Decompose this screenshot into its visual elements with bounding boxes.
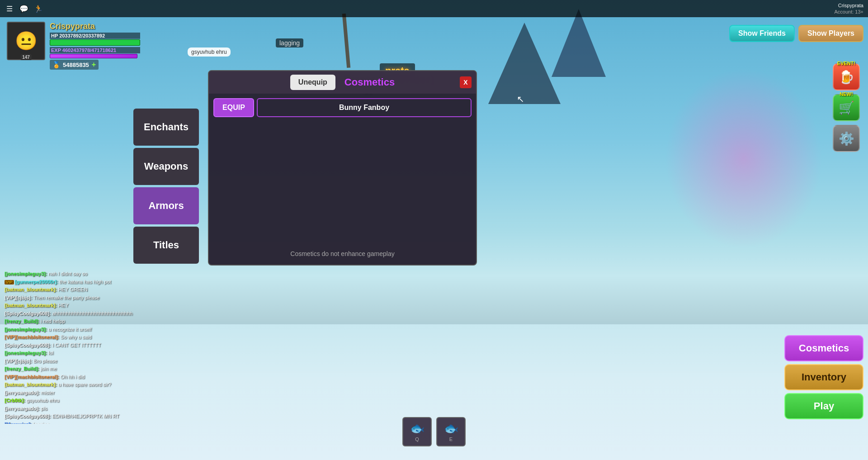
chat-text: i ned helpp xyxy=(41,318,65,324)
new-badge: NEW! xyxy=(840,91,853,97)
chat-text: Then remake the party please xyxy=(33,295,99,300)
cosmetic-row: EQUIP Bunny Fanboy xyxy=(213,98,472,117)
inventory-button[interactable]: Inventory xyxy=(784,364,863,390)
chat-line: [frenzy_Build]: join me xyxy=(5,365,145,373)
lagging-tag: lagging xyxy=(276,38,303,47)
chat-username: [VIP][machbloltoneral]: xyxy=(5,334,59,340)
titles-button[interactable]: Titles xyxy=(133,227,199,264)
chat-username: [jerrysargado]: xyxy=(5,406,40,411)
player-stats: Crispyprata HP 20337892/20337892 EXP 460… xyxy=(50,22,140,70)
chat-username: [SpisyCoolguy608]: xyxy=(5,311,51,316)
chat-text: u have spare sword sir? xyxy=(58,382,111,387)
armors-button[interactable]: Armors xyxy=(133,187,199,224)
slot-q-key: Q xyxy=(415,436,419,442)
exp-label: EXP 4602437978/471718621 xyxy=(50,47,140,53)
exp-bar-container: EXP 4602437978/471718621 xyxy=(50,47,140,58)
event-badge: EVENT! xyxy=(837,61,855,66)
right-icons: EVENT! 🍺 NEW! 🛒 ⚙️ xyxy=(833,63,860,152)
slot-e-key: E xyxy=(449,436,453,442)
hp-label: HP 20337892/20337892 xyxy=(50,33,140,39)
chat-line: [VIP][machbloltoneral]: Oh hh i did xyxy=(5,373,145,381)
cosmetics-button[interactable]: Cosmetics xyxy=(784,335,863,361)
equip-button[interactable]: EQUIP xyxy=(213,98,254,117)
cosmetics-window: Unequip Cosmetics X EQUIP Bunny Fanboy C… xyxy=(208,70,477,266)
show-players-button[interactable]: Show Players xyxy=(798,25,863,42)
chat-username: [Morewicz]: xyxy=(5,422,32,424)
chat-username: [frenzy_Build]: xyxy=(5,318,39,324)
topbar: ☰ 💬 🏃 Crispyprata Account: 13+ xyxy=(0,0,868,17)
chat-line: [SpisyCoolguy608]: ahhhhhhhhhhhhhhhhhhhh… xyxy=(5,310,145,318)
weapons-button[interactable]: Weapons xyxy=(133,148,199,185)
avatar-emoji: 😐 xyxy=(15,30,38,52)
close-button[interactable]: X xyxy=(460,76,472,88)
gold-plus-button[interactable]: + xyxy=(92,61,96,69)
level-badge: 147 xyxy=(20,54,32,60)
chat-line: [VIP][machbloltoneral]: So why u said xyxy=(5,333,145,341)
chat-text: pls xyxy=(41,406,47,411)
chat-username: [jonesimpleguy3]: xyxy=(5,350,47,356)
chat-text: mister xyxy=(41,390,55,395)
chat-username: [VIP][machbloltoneral]: xyxy=(5,374,59,379)
account-name: Crispyprata xyxy=(834,2,863,9)
avatar-box: 😐 147 xyxy=(7,22,45,60)
gold-row: 🏅 54885835 + xyxy=(50,60,99,70)
quick-slot-q[interactable]: 🐟 Q xyxy=(402,417,432,446)
player-name: Crispyprata xyxy=(50,22,140,31)
chat-line: [jerrysargado]: pls xyxy=(5,405,145,413)
chat-line: [jonesimpleguy3]: nah I didnt say so xyxy=(5,270,145,278)
chat-username: [SpisyCoolguy608]: xyxy=(5,342,51,348)
chat-line: VIP[gunnerpe20000r]: the katana has high… xyxy=(5,278,145,286)
bottom-right-buttons: Cosmetics Inventory Play xyxy=(784,335,863,419)
bg-pyramid1 xyxy=(488,23,561,104)
chat-messages: [jonesimpleguy3]: nah I didnt say soVIP[… xyxy=(5,270,145,424)
account-age: Account: 13+ xyxy=(834,9,863,15)
play-button[interactable]: Play xyxy=(784,393,863,419)
chat-text: Oh hh i did xyxy=(61,374,85,379)
chat-line: [VIP][cjbjs]: Bro please xyxy=(5,357,145,365)
player-icon[interactable]: 🏃 xyxy=(33,4,43,14)
shop-button[interactable]: NEW! 🛒 xyxy=(833,94,860,121)
event-button[interactable]: EVENT! 🍺 xyxy=(833,63,860,90)
hp-bar-container: HP 20337892/20337892 xyxy=(50,33,140,46)
left-menu: Enchants Weapons Armors Titles xyxy=(133,109,199,264)
chat-line: [SpisyCoolguy608]: EDNHBN4EJOPRPTK MN RT xyxy=(5,413,145,420)
settings-button[interactable]: ⚙️ xyxy=(833,125,860,152)
chat-text: lol xyxy=(48,350,53,356)
chat-line: [batman_blountmark]: u have spare sword … xyxy=(5,381,145,389)
chat-area: [jonesimpleguy3]: nah I didnt say soVIP[… xyxy=(5,270,145,424)
chat-username: [jonesimpleguy3]: xyxy=(5,327,47,332)
pink-glow xyxy=(665,68,823,249)
chat-icon[interactable]: 💬 xyxy=(19,4,29,14)
hamburger-icon[interactable]: ☰ xyxy=(5,4,14,14)
chat-username: [VIP][cjbjs]: xyxy=(5,358,32,364)
chat-text: HEY xyxy=(58,303,69,308)
chat-username: [SpisyCoolguy608]: xyxy=(5,413,51,419)
cosmetics-list: EQUIP Bunny Fanboy xyxy=(213,98,472,243)
account-info: Crispyprata Account: 13+ xyxy=(834,2,863,15)
player-panel: 😐 147 Crispyprata HP 20337892/20337892 E… xyxy=(7,22,140,70)
chat-bubble: gsyuvhub ehru xyxy=(188,47,231,57)
cosmetics-title: Cosmetics xyxy=(344,76,395,88)
cosmetic-name-button[interactable]: Bunny Fanboy xyxy=(257,98,472,117)
show-friends-button[interactable]: Show Friends xyxy=(729,25,795,42)
cosmetics-body: EQUIP Bunny Fanboy xyxy=(209,94,476,247)
chat-line: [batman_blountmark]: HEY GREEN xyxy=(5,286,145,294)
exp-bar xyxy=(50,54,137,58)
chat-text: nah I didnt say so xyxy=(48,271,87,276)
chat-username: [jonesimpleguy3]: xyxy=(5,271,47,276)
gold-amount: 54885835 xyxy=(63,62,89,68)
chat-username: [batman_blountmark]: xyxy=(5,382,57,387)
top-right-area: Show Friends Show Players xyxy=(729,25,863,42)
shop-icon: 🛒 xyxy=(839,100,854,115)
quick-slot-e[interactable]: 🐟 E xyxy=(436,417,466,446)
chat-username: [VIP][cjbjs]: xyxy=(5,295,32,300)
quick-slots: 🐟 Q 🐟 E xyxy=(402,417,466,446)
enchants-button[interactable]: Enchants xyxy=(133,109,199,146)
chat-username: [batman_blountmark]: xyxy=(5,287,57,292)
slot-e-icon: 🐟 xyxy=(444,422,458,436)
chat-line: [batman_blountmark]: HEY xyxy=(5,302,145,309)
unequip-button[interactable]: Unequip xyxy=(290,75,335,90)
top-right-buttons: Show Friends Show Players xyxy=(729,25,863,42)
chat-line: [VIP][cjbjs]: Then remake the party plea… xyxy=(5,294,145,302)
chat-line: [jonesimpleguy3]: lol xyxy=(5,349,145,357)
